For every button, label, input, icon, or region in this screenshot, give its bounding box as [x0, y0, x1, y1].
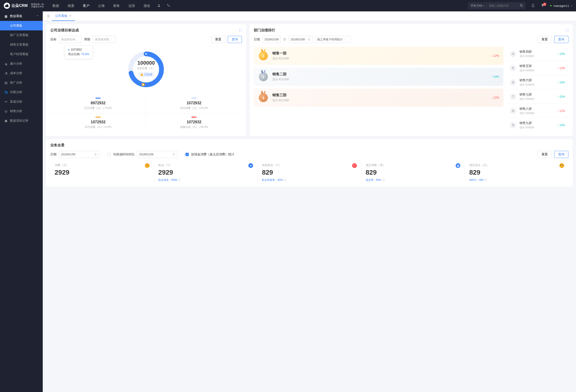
cash-checkbox[interactable]: ✓ — [185, 153, 189, 156]
pano-reset-button[interactable]: 重置 — [538, 151, 552, 158]
goal-stat-3: 1072932超额完成（元） | 89.9% — [146, 113, 242, 132]
sidebar-menu-6[interactable]: ▣数据流转记录 — [0, 116, 43, 125]
thumbs-up-icon: 👍 — [140, 73, 144, 76]
sidebar-menu-2[interactable]: ▤推广分析 — [0, 78, 43, 88]
rank-number: 6 — [510, 79, 516, 86]
target-select[interactable]: 请选择目标⌄ — [59, 36, 82, 43]
compare-checkbox[interactable] — [107, 153, 111, 156]
collapse-menu-icon[interactable]: ☰ — [45, 14, 52, 18]
goal-card: 公司业绩目标达成 ⛶ 目标 请选择目标⌄ 周期 请选择周期⌄ 重置 查询 — [46, 24, 246, 136]
sidebar-menu-0[interactable]: ⫹漏斗分析 — [0, 59, 43, 68]
trend-indicator: ↑ 10% — [557, 52, 565, 56]
pano-date-1[interactable]: 2018/01/08🗓 — [59, 151, 99, 158]
sidebar-menu-1[interactable]: ◔成本分析 — [0, 68, 43, 78]
rank-query-button[interactable]: 查询 — [554, 36, 568, 43]
pano-query-button[interactable]: 查询 — [554, 151, 568, 158]
goal-query-button[interactable]: 查询 — [228, 36, 242, 43]
nav-数据[interactable]: 数据 — [49, 0, 63, 11]
user-menu[interactable]: manager11 ▾ — [547, 4, 572, 8]
nav-客户[interactable]: 客户 — [79, 0, 93, 11]
sidebar-item-1[interactable]: 推广主管看板 — [0, 30, 43, 40]
metric-icon: 🛡 — [352, 163, 357, 168]
period-label: 周期 — [84, 37, 90, 42]
rank-item-4[interactable]: 4销售四部流水 ¥19020↑ 10% — [507, 47, 568, 61]
metric-icon: ▦ — [456, 163, 460, 168]
calendar-icon: 🗓 — [308, 38, 311, 41]
username: manager11 — [553, 4, 569, 8]
sidebar-group-dashboard[interactable]: ▦ 数据看板 ⌃ — [0, 11, 43, 21]
rank-item-6[interactable]: 6销售六部流水 ¥19020↑ 10% — [507, 75, 568, 90]
rank-stat-select[interactable]: 按工单客户经理统计⌄ — [315, 36, 351, 43]
trend-indicator: ↓ 12% — [491, 54, 499, 58]
nav-报名[interactable]: 报名 — [140, 0, 154, 11]
goal-stat-1: 1072932未完成量（元） | 20.9% — [146, 94, 242, 113]
rank-item-7[interactable]: 7销售七部流水 ¥19020↑ 10% — [507, 90, 568, 104]
nav-财务[interactable]: 财务 — [110, 0, 124, 11]
sidebar-menu-4[interactable]: ⚯渠道分析 — [0, 97, 43, 106]
metric-2: 有效机会（个）🛡829机会有效率：80%ⓘ — [257, 162, 361, 183]
period-select[interactable]: 请选择周期⌄ — [93, 36, 115, 43]
trend-indicator: ↓ 12% — [557, 109, 565, 113]
rank-top-2[interactable]: 3销售三部流水 ¥10,900↓ 12% — [254, 89, 503, 107]
tab-company-board[interactable]: 公司看板 ✕ — [52, 11, 75, 21]
rank-title: 部门业绩排行 — [254, 28, 275, 32]
help-icon[interactable]: ⓘ — [382, 179, 385, 181]
nav-公海[interactable]: 公海 — [94, 0, 109, 11]
goal-donut-chart: 1072932 所占比例: 70.9% — [50, 47, 242, 94]
rank-date-from[interactable]: 2018/01/08 — [262, 36, 281, 43]
trend-indicator: ↑ 10% — [557, 123, 565, 127]
menu-icon: 👣 — [4, 90, 8, 94]
rank-item-9[interactable]: 9销售九部流水 ¥19020↑ 10% — [507, 118, 568, 132]
sidebar-item-3[interactable]: 客户经理看板 — [0, 49, 43, 59]
help-icon[interactable]: ⓘ — [284, 179, 286, 181]
user-icon[interactable] — [154, 3, 164, 8]
close-icon[interactable]: ✕ — [69, 14, 71, 17]
pano-date-2[interactable]: 2018/01/08🗓 — [137, 151, 177, 158]
rank-item-8[interactable]: 8销售八部流水 ¥19020↓ 12% — [507, 104, 568, 118]
rank-item-5[interactable]: 5销售五部流水 ¥19020↓ 12% — [507, 61, 568, 75]
global-search: 手机号码▾ — [468, 2, 525, 9]
menu-icon: ▤ — [4, 81, 8, 85]
metric-icon: 💰 — [145, 163, 150, 168]
logo-text: 云朵CRM — [11, 3, 28, 8]
sidebar-menu-3[interactable]: 👣访客分析 — [0, 88, 43, 97]
help-icon[interactable]: ⓘ — [178, 179, 181, 181]
expand-icon[interactable]: ⛶ — [239, 29, 242, 32]
trend-indicator: ↑ 10% — [557, 81, 565, 84]
rank-top-1[interactable]: 2销售二部流水 ¥10,900↑ 10% — [254, 68, 503, 86]
svg-point-3 — [533, 6, 533, 6]
goal-total: 100000 — [50, 60, 242, 66]
logo-subtitle: 教育机构一站 式服务云平台 — [29, 3, 44, 8]
nav-运营[interactable]: 运营 — [125, 0, 139, 11]
nav-线索[interactable]: 线索 — [64, 0, 78, 11]
trend-indicator: ↑ 10% — [557, 95, 565, 98]
rank-number: 9 — [510, 122, 516, 128]
sidebar-item-0[interactable]: 公司看板 — [0, 21, 43, 30]
cloud-icon — [4, 3, 10, 9]
rank-date-label: 日期 — [254, 37, 260, 42]
goal-reset-button[interactable]: 重置 — [211, 36, 225, 43]
notification-icon[interactable]: 5 — [538, 3, 547, 8]
mobile-icon[interactable] — [528, 3, 538, 8]
phone-icon[interactable] — [164, 3, 173, 8]
expand-icon[interactable]: ⛶ — [566, 29, 568, 32]
sidebar: ▦ 数据看板 ⌃ 公司看板推广主管看板销售主管看板客户经理看板 ⫹漏斗分析◔成本… — [0, 11, 43, 392]
rank-date-to[interactable]: 2018/01/08🗓 — [288, 36, 313, 43]
search-icon[interactable] — [517, 4, 525, 8]
tab-bar: ☰ 公司看板 ✕ — [43, 11, 576, 21]
status-dot — [550, 5, 551, 6]
compare-label: 与其他时间对比 — [113, 152, 135, 156]
sidebar-item-2[interactable]: 销售主管看板 — [0, 40, 43, 49]
rank-top-0[interactable]: 1销售一部流水 ¥10,900↓ 12% — [254, 47, 503, 65]
sidebar-menu-5[interactable]: ◎销售分析 — [0, 106, 43, 116]
dashboard-icon: ▦ — [4, 14, 8, 18]
rank-card: 部门业绩排行 ⛶ 日期 2018/01/08 至 2018/01/08🗓 按工单… — [250, 24, 573, 136]
rank-reset-button[interactable]: 重置 — [538, 36, 552, 43]
help-icon[interactable]: ⓘ — [484, 179, 487, 181]
logo[interactable]: 云朵CRM 教育机构一站 式服务云平台 — [4, 3, 44, 9]
search-type-select[interactable]: 手机号码▾ — [468, 4, 487, 8]
chevron-up-icon: ⌃ — [37, 15, 38, 18]
svg-point-0 — [158, 4, 160, 5]
metric-icon: 💳 — [559, 163, 564, 168]
search-input[interactable] — [487, 4, 517, 7]
